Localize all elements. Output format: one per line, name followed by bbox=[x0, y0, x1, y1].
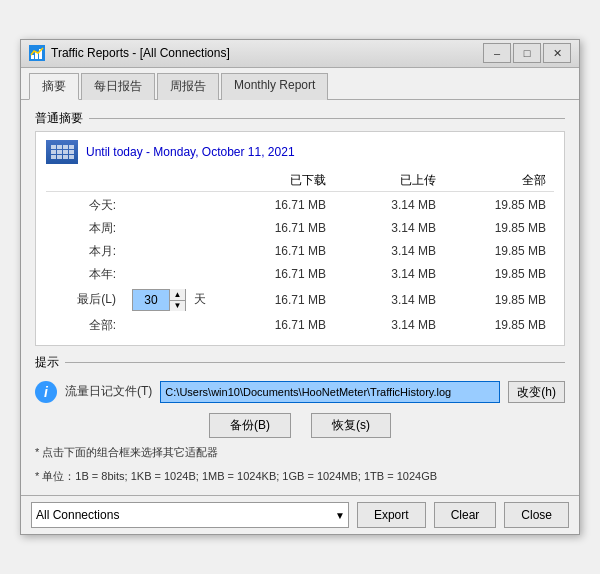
summary-header: 普通摘要 bbox=[35, 110, 565, 127]
days-spinner[interactable]: ▲ ▼ bbox=[132, 289, 186, 311]
label-week: 本周: bbox=[46, 220, 126, 237]
stats-header: 已下载 已上传 全部 bbox=[46, 172, 554, 192]
info-icon: i bbox=[35, 381, 57, 403]
stats-row-month: 本月: 16.71 MB 3.14 MB 19.85 MB bbox=[46, 240, 554, 263]
connection-select-wrapper[interactable]: All Connections ▼ bbox=[31, 502, 349, 528]
total-year: 19.85 MB bbox=[444, 267, 554, 281]
date-row: Until today - Monday, October 11, 2021 bbox=[46, 140, 554, 164]
dl-last: 16.71 MB bbox=[224, 293, 334, 307]
stats-table: 已下载 已上传 全部 今天: 16.71 MB 3.14 MB 19.85 MB bbox=[46, 172, 554, 337]
restore-button[interactable]: 恢复(s) bbox=[311, 413, 391, 438]
tab-daily[interactable]: 每日报告 bbox=[81, 73, 155, 100]
minimize-button[interactable]: – bbox=[483, 43, 511, 63]
total-month: 19.85 MB bbox=[444, 244, 554, 258]
title-bar-left: Traffic Reports - [All Connections] bbox=[29, 45, 230, 61]
bottom-bar: All Connections ▼ Export Clear Close bbox=[21, 495, 579, 534]
tab-bar: 摘要 每日报告 周报告 Monthly Report bbox=[21, 68, 579, 100]
backup-row: 备份(B) 恢复(s) bbox=[35, 413, 565, 438]
label-all: 全部: bbox=[46, 317, 126, 334]
export-button[interactable]: Export bbox=[357, 502, 426, 528]
total-today: 19.85 MB bbox=[444, 198, 554, 212]
label-month: 本月: bbox=[46, 243, 126, 260]
tab-weekly[interactable]: 周报告 bbox=[157, 73, 219, 100]
note2: * 单位：1B = 8bits; 1KB = 1024B; 1MB = 1024… bbox=[35, 468, 565, 486]
ul-last: 3.14 MB bbox=[334, 293, 444, 307]
dl-today: 16.71 MB bbox=[224, 198, 334, 212]
label-year: 本年: bbox=[46, 266, 126, 283]
backup-button[interactable]: 备份(B) bbox=[209, 413, 291, 438]
stats-row-all: 全部: 16.71 MB 3.14 MB 19.85 MB bbox=[46, 314, 554, 337]
tab-monthly[interactable]: Monthly Report bbox=[221, 73, 328, 100]
spin-up[interactable]: ▲ bbox=[169, 289, 185, 300]
close-window-button[interactable]: Close bbox=[504, 502, 569, 528]
main-content: 普通摘要 Until today - Monday, October 11, 2… bbox=[21, 100, 579, 495]
log-file-row: i 流量日记文件(T) 改变(h) bbox=[35, 381, 565, 403]
window-title: Traffic Reports - [All Connections] bbox=[51, 46, 230, 60]
ul-today: 3.14 MB bbox=[334, 198, 444, 212]
dl-week: 16.71 MB bbox=[224, 221, 334, 235]
stats-row-year: 本年: 16.71 MB 3.14 MB 19.85 MB bbox=[46, 263, 554, 286]
col-uploaded: 已上传 bbox=[334, 172, 444, 189]
log-label: 流量日记文件(T) bbox=[65, 383, 152, 400]
tab-summary[interactable]: 摘要 bbox=[29, 73, 79, 100]
clear-button[interactable]: Clear bbox=[434, 502, 497, 528]
ul-all: 3.14 MB bbox=[334, 318, 444, 332]
hints-section: 提示 i 流量日记文件(T) 改变(h) 备份(B) 恢复(s) * 点击下面的… bbox=[35, 354, 565, 485]
connection-select[interactable]: All Connections bbox=[31, 502, 349, 528]
dl-month: 16.71 MB bbox=[224, 244, 334, 258]
summary-box: Until today - Monday, October 11, 2021 已… bbox=[35, 131, 565, 346]
stats-row-today: 今天: 16.71 MB 3.14 MB 19.85 MB bbox=[46, 194, 554, 217]
close-button[interactable]: ✕ bbox=[543, 43, 571, 63]
ul-month: 3.14 MB bbox=[334, 244, 444, 258]
hints-header: 提示 bbox=[35, 354, 565, 371]
dl-all: 16.71 MB bbox=[224, 318, 334, 332]
total-week: 19.85 MB bbox=[444, 221, 554, 235]
app-icon bbox=[29, 45, 45, 61]
label-today: 今天: bbox=[46, 197, 126, 214]
label-last: 最后(L) bbox=[46, 291, 126, 308]
total-last: 19.85 MB bbox=[444, 293, 554, 307]
title-bar: Traffic Reports - [All Connections] – □ … bbox=[21, 40, 579, 68]
col-total: 全部 bbox=[444, 172, 554, 189]
change-button[interactable]: 改变(h) bbox=[508, 381, 565, 403]
total-all: 19.85 MB bbox=[444, 318, 554, 332]
col-downloaded: 已下载 bbox=[224, 172, 334, 189]
days-unit: 天 bbox=[194, 291, 206, 308]
dl-year: 16.71 MB bbox=[224, 267, 334, 281]
svg-rect-1 bbox=[31, 55, 34, 59]
ul-week: 3.14 MB bbox=[334, 221, 444, 235]
days-input[interactable] bbox=[133, 290, 169, 310]
ul-year: 3.14 MB bbox=[334, 267, 444, 281]
spin-down[interactable]: ▼ bbox=[169, 300, 185, 311]
main-window: Traffic Reports - [All Connections] – □ … bbox=[20, 39, 580, 535]
stats-row-week: 本周: 16.71 MB 3.14 MB 19.85 MB bbox=[46, 217, 554, 240]
summary-section: 普通摘要 Until today - Monday, October 11, 2… bbox=[35, 110, 565, 346]
note1: * 点击下面的组合框来选择其它适配器 bbox=[35, 444, 565, 462]
log-path-input[interactable] bbox=[160, 381, 500, 403]
calendar-icon bbox=[46, 140, 78, 164]
stats-row-last: 最后(L) ▲ ▼ 天 16.71 bbox=[46, 286, 554, 314]
date-text: Until today - Monday, October 11, 2021 bbox=[86, 145, 295, 159]
maximize-button[interactable]: □ bbox=[513, 43, 541, 63]
window-controls: – □ ✕ bbox=[483, 43, 571, 63]
